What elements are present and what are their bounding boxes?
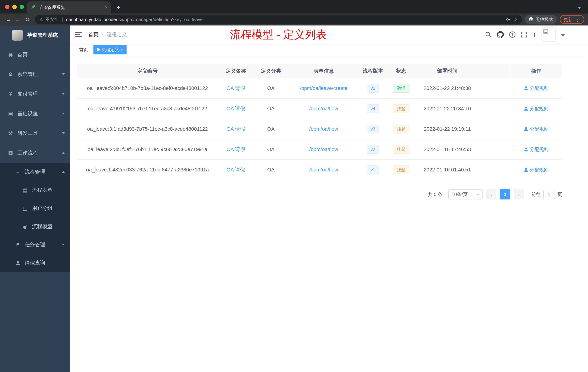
url-text[interactable]: dashboard.yudao.iocoder.cn/bpm/manager/d… — [66, 17, 203, 22]
definition-category: OA — [253, 78, 288, 98]
sidebar-item-label: 请假查询 — [25, 259, 45, 266]
definition-name-link[interactable]: OA 请假 — [227, 85, 245, 92]
page-size-select[interactable]: 10条/页 — [448, 189, 483, 199]
reload-icon[interactable]: ↻ — [22, 16, 32, 23]
sidebar-item-home[interactable]: ◉ 首页 — [0, 45, 70, 65]
definition-id: oa_leave:3:1fad3d93-7b75-11ec-a3c8-acde4… — [77, 119, 218, 139]
password-key-icon[interactable] — [506, 17, 511, 22]
version-tag: v5 — [367, 84, 379, 93]
fullscreen-icon[interactable] — [521, 32, 527, 38]
avatar-dropdown-caret-icon[interactable] — [561, 34, 565, 38]
workflow-icon: ▦ — [7, 150, 14, 156]
browser-update-button[interactable]: 更新 ⋮ — [560, 15, 584, 24]
chevron-down-icon — [62, 73, 65, 77]
font-size-icon[interactable]: T — [533, 31, 536, 38]
deploy-time: 2022-01-22 21:48:38 — [415, 78, 479, 98]
goto-page-input[interactable] — [543, 190, 555, 199]
close-window-button[interactable] — [5, 5, 10, 9]
tag-home[interactable]: 首页 — [76, 45, 91, 55]
security-label[interactable]: 不安全 — [45, 17, 59, 22]
prev-page-button[interactable]: ‹ — [486, 189, 496, 199]
select-caret-icon — [476, 194, 479, 197]
sidebar-item-infrastructure[interactable]: ▣ 基础设施 — [0, 104, 70, 123]
bookmark-star-icon[interactable]: ☆ — [513, 17, 517, 22]
definition-name-link[interactable]: OA 请假 — [227, 166, 245, 173]
browser-menu-icon[interactable]: ⋮ — [575, 17, 580, 22]
gear-icon: ⚙ — [7, 71, 14, 77]
assign-rule-button[interactable]: 分配规则 — [524, 146, 548, 153]
status-badge: 挂起 — [393, 125, 410, 133]
sidebar-item-dev-tools[interactable]: ⚒ 研发工具 — [0, 123, 70, 143]
chevron-down-icon — [62, 244, 65, 247]
user-avatar[interactable] — [542, 28, 556, 42]
definition-id: oa_leave:4:991f2193-7b7f-11ec-a3c8-acde4… — [77, 99, 218, 119]
definition-category: OA — [253, 160, 288, 180]
deploy-time: 2022-01-22 20:34:10 — [415, 99, 479, 119]
minimize-window-button[interactable] — [12, 5, 17, 9]
next-page-button[interactable]: › — [514, 189, 524, 199]
sidebar-item-label: 流程表单 — [32, 186, 52, 194]
tag-process-definition[interactable]: 流程定义 × — [94, 45, 126, 55]
chevron-down-icon — [62, 113, 65, 116]
new-tab-button[interactable]: + — [114, 2, 124, 12]
column-header-filler — [479, 64, 510, 78]
sidebar-item-leave-query[interactable]: 请假查询 — [0, 254, 70, 272]
form-link[interactable]: /bpm/oa/flow — [309, 126, 338, 132]
version-tag: v3 — [367, 125, 379, 133]
current-page-button[interactable]: 1 — [500, 189, 510, 199]
assign-rule-button[interactable]: 分配规则 — [524, 85, 548, 92]
back-icon[interactable]: ← — [4, 16, 13, 22]
tag-close-icon[interactable]: × — [121, 47, 123, 52]
sidebar-item-process-management[interactable]: ≡ 流程管理 — [0, 163, 70, 181]
sidebar-item-process-form[interactable]: ▤ 流程表单 — [0, 181, 70, 199]
url-domain: dashboard.yudao.iocoder.cn — [66, 17, 123, 22]
assign-rule-button[interactable]: 分配规则 — [524, 167, 548, 173]
search-icon[interactable] — [485, 32, 492, 38]
forward-icon[interactable]: → — [13, 16, 22, 22]
sidebar-item-system[interactable]: ⚙ 系统管理 — [0, 65, 70, 84]
assign-rule-button[interactable]: 分配规则 — [524, 106, 548, 112]
status-badge: 激活 — [393, 84, 410, 93]
deploy-time: 2022-01-16 17:46:53 — [415, 139, 479, 159]
yuan-icon: ¥ — [7, 91, 14, 97]
assign-rule-button[interactable]: 分配规则 — [524, 126, 548, 132]
breadcrumb-home[interactable]: 首页 — [88, 31, 99, 38]
definition-table: 定义编号 定义名称 定义分类 表单信息 流程版本 状态 部署时间 操作 oa_l… — [77, 64, 562, 180]
sidebar-item-label: 流程管理 — [25, 168, 45, 175]
form-link[interactable]: /bpm/oa/leave/create — [300, 85, 347, 91]
hamburger-icon[interactable] — [75, 32, 82, 37]
sidebar-item-process-model[interactable]: ▶ 流程模型 — [0, 217, 70, 236]
tab-search-caret-icon[interactable] — [578, 7, 581, 11]
address-bar[interactable]: ⚠ 不安全 dashboard.yudao.iocoder.cn/bpm/man… — [35, 15, 522, 24]
sidebar: 芋道管理系统 ◉ 首页 ⚙ 系统管理 ¥ 支付管理 ▣ 基础设施 — [0, 25, 70, 372]
update-label[interactable]: 更新 — [564, 17, 573, 22]
sidebar-item-payment[interactable]: ¥ 支付管理 — [0, 84, 70, 104]
sidebar-item-workflow[interactable]: ▦ 工作流程 — [0, 143, 70, 163]
dashboard-icon: ◉ — [7, 52, 14, 58]
help-icon[interactable]: ? — [509, 32, 515, 38]
deploy-time: 2022-01-16 01:40:51 — [415, 160, 479, 180]
form-link[interactable]: /bpm/oa/flow — [309, 146, 338, 152]
definition-category: OA — [253, 139, 288, 159]
github-icon[interactable] — [497, 31, 504, 38]
definition-category: OA — [253, 119, 288, 139]
zoom-window-button[interactable] — [20, 5, 24, 9]
browser-tab[interactable]: 芋道管理系统 × — [27, 1, 111, 13]
form-link[interactable]: /bpm/oa/flow — [309, 167, 338, 173]
definition-name-link[interactable]: OA 请假 — [227, 126, 245, 132]
column-header-form: 表单信息 — [288, 64, 359, 78]
definition-name-link[interactable]: OA 请假 — [227, 146, 245, 153]
sidebar-item-user-group[interactable]: ◫ 用户分组 — [0, 199, 70, 217]
window-controls — [5, 5, 24, 9]
tab-close-icon[interactable]: × — [105, 5, 108, 10]
form-link[interactable]: /bpm/oa/flow — [309, 106, 338, 111]
table-row: oa_leave:5:004b710b-7b8a-11ec-8ef0-acde4… — [77, 78, 562, 99]
sidebar-item-task-management[interactable]: ⚑ 任务管理 — [0, 236, 70, 254]
navbar-actions: ? T — [485, 28, 565, 42]
sidebar-logo[interactable]: 芋道管理系统 — [0, 25, 70, 45]
definition-name-link[interactable]: OA 请假 — [227, 105, 245, 112]
deploy-time: 2022-01-22 19:19:11 — [415, 119, 479, 139]
table-row: oa_leave:1:482ec033-762a-11ec-8477-a2380… — [77, 160, 562, 180]
version-tag: v2 — [367, 145, 379, 154]
page-jumper: 前往 页 — [531, 190, 562, 199]
